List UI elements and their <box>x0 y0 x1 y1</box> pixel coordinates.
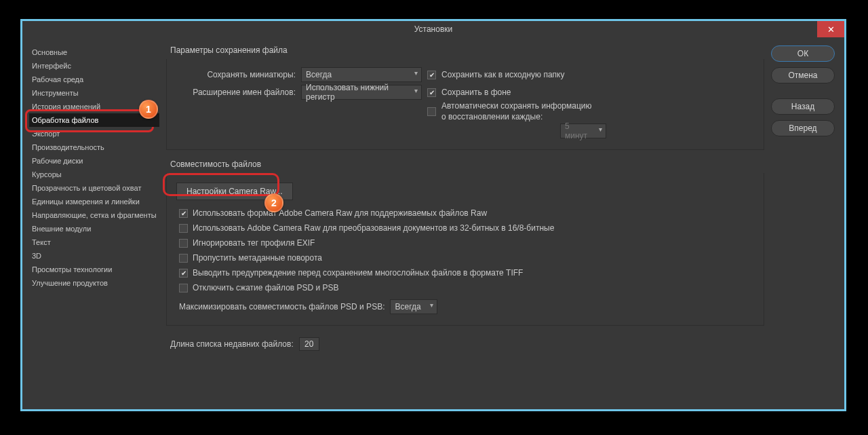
tiff-warn-label: Выводить предупреждение перед сохранение… <box>193 268 523 278</box>
use-acr-label: Использовать формат Adobe Camera Raw для… <box>193 208 487 218</box>
file-compat-group: Совместимость файлов 2 Настройки Camera … <box>166 159 764 326</box>
use-acr-checkbox[interactable] <box>179 209 188 218</box>
sidebar-item-3[interactable]: Инструменты <box>29 86 159 100</box>
sidebar-item-7[interactable]: Производительность <box>29 140 159 154</box>
file-compat-title: Совместимость файлов <box>166 159 764 173</box>
sidebar: 1 ОсновныеИнтерфейсРабочая средаИнструме… <box>29 45 159 401</box>
window-title: Установки <box>414 24 452 34</box>
skip-rotate-checkbox[interactable] <box>179 254 188 263</box>
sidebar-item-11[interactable]: Единицы измерения и линейки <box>29 195 159 208</box>
sidebar-item-15[interactable]: 3D <box>29 249 159 263</box>
ignore-exif-label: Игнорировать тег профиля EXIF <box>193 238 315 248</box>
save-background-checkbox[interactable] <box>427 88 436 97</box>
recent-files-label: Длина списка недавних файлов: <box>170 339 294 349</box>
sidebar-item-14[interactable]: Текст <box>29 235 159 249</box>
skip-rotate-label: Пропустить метаданные поворота <box>193 253 322 263</box>
sidebar-item-6[interactable]: Экспорт <box>29 127 159 140</box>
save-original-checkbox[interactable] <box>427 71 436 79</box>
save-background-label: Сохранить в фоне <box>441 88 511 97</box>
ignore-exif-checkbox[interactable] <box>179 239 188 248</box>
sidebar-item-0[interactable]: Основные <box>29 45 159 59</box>
main-content: Параметры сохранения файла Сохранять мин… <box>166 45 764 401</box>
sidebar-item-1[interactable]: Интерфейс <box>29 59 159 73</box>
back-button[interactable]: Назад <box>771 98 835 115</box>
extension-label: Расширение имен файлов: <box>176 88 296 97</box>
use-acr-32-label: Использовать Adobe Camera Raw для преобр… <box>193 223 554 233</box>
thumbnails-label: Сохранять миниатюры: <box>176 70 296 79</box>
sidebar-item-12[interactable]: Направляющие, сетка и фрагменты <box>29 208 159 222</box>
save-original-label: Сохранить как в исходную папку <box>441 70 564 79</box>
sidebar-item-17[interactable]: Улучшение продуктов <box>29 276 159 290</box>
close-button[interactable]: ✕ <box>817 21 844 37</box>
max-compat-select[interactable]: Всегда <box>390 299 437 314</box>
thumbnails-select[interactable]: Всегда <box>301 67 422 82</box>
recent-files-input[interactable] <box>299 337 319 351</box>
sidebar-item-10[interactable]: Прозрачность и цветовой охват <box>29 181 159 195</box>
sidebar-item-13[interactable]: Внешние модули <box>29 222 159 235</box>
callout-badge-1: 1 <box>139 100 158 119</box>
sidebar-item-5[interactable]: Обработка файлов <box>29 113 159 127</box>
sidebar-item-8[interactable]: Рабочие диски <box>29 154 159 168</box>
extension-select[interactable]: Использовать нижний регистр <box>301 85 422 100</box>
sidebar-item-9[interactable]: Курсоры <box>29 168 159 181</box>
recover-interval-select: 5 минут <box>560 124 606 138</box>
disable-psd-label: Отключить сжатие файлов PSD и PSB <box>193 283 339 292</box>
titlebar: Установки ✕ <box>22 21 844 37</box>
cancel-button[interactable]: Отмена <box>771 67 835 83</box>
sidebar-item-2[interactable]: Рабочая среда <box>29 73 159 86</box>
sidebar-item-16[interactable]: Просмотры технологии <box>29 263 159 276</box>
auto-recover-label: Автоматически сохранять информацию о вос… <box>441 101 597 122</box>
forward-button[interactable]: Вперед <box>771 120 835 136</box>
callout-badge-2: 2 <box>264 193 283 212</box>
dialog-buttons: ОК Отмена Назад Вперед <box>771 45 835 401</box>
ok-button[interactable]: ОК <box>771 45 835 62</box>
file-saving-title: Параметры сохранения файла <box>166 45 764 59</box>
file-saving-group: Параметры сохранения файла Сохранять мин… <box>166 45 764 150</box>
auto-recover-checkbox[interactable] <box>427 107 436 116</box>
max-compat-label: Максимизировать совместимость файлов PSD… <box>176 302 384 311</box>
tiff-warn-checkbox[interactable] <box>179 269 188 278</box>
use-acr-32-checkbox[interactable] <box>179 224 188 233</box>
disable-psd-checkbox[interactable] <box>179 284 188 292</box>
